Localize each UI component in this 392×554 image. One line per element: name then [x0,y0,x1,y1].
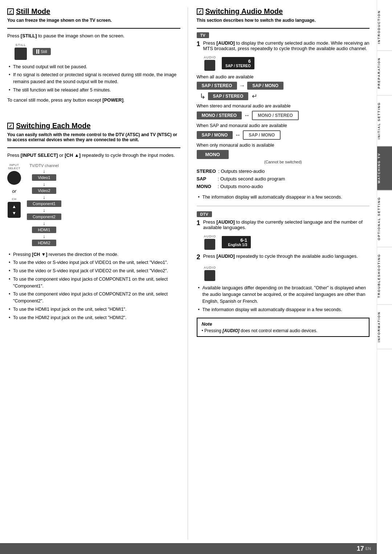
audio-key-tv: AUDIO [204,56,216,71]
input-select-round-btn [7,171,21,185]
mode-diagram: INPUTSELECT or CH ▲ ▼ [7,163,180,247]
mono-stereo-box1: MONO / STEREO [197,111,242,119]
when-only-mono-label: When only monaural audio is available [197,143,370,148]
audio-key-step2: AUDIO [204,266,216,281]
term-sap: SAP : Outputs second audio program [197,175,370,183]
tv-step1-content: Press [AUDIO] to display the currently s… [203,40,369,51]
still-bullet-3: The still function will be released afte… [7,87,180,94]
sap-mono-box: SAP / MONO [247,82,283,90]
sap-stereo-box2: SAP / STEREO [208,92,249,100]
dtv-step1-block: 1 Press [AUDIO] to display the currently… [197,219,370,230]
input-flow-diagram: TV/DTV channel ↓ Video1 ↓ Video2 ↓ Compo… [27,163,61,247]
input-select-button: INPUTSELECT [7,163,21,185]
ch-button: CH ▲ ▼ [8,197,21,218]
flow-component1: Component1 [27,200,61,207]
page-lang: EN [366,546,371,551]
still-button-diagram: STILL Still [15,43,180,60]
audio-square-icon-tv [204,60,215,71]
tv-bullet-list: The information display will automatical… [197,194,370,201]
flow-row-back: ↳ SAP / STEREO ↵ [197,92,370,101]
audio-button-step2: AUDIO [204,266,370,281]
audio-square-icon-step2 [204,270,215,281]
sidebar-item-watching-tv[interactable]: WATCHING TV [377,146,392,190]
dtv-step2-content: Press [AUDIO] repeatedly to cycle throug… [203,253,369,259]
mono-box: MONO [197,150,229,159]
switching-each-mode-section: ✓ Switching Each Mode You can easily swi… [7,122,180,321]
flow-row-sap: SAP / MONO ↔ SAP / MONO [197,130,370,140]
still-display-button: Still [33,48,51,55]
audio-flow-section: When all audio are available SAP / STERE… [197,74,370,164]
still-cancel-text: To cancel still mode, press any button e… [7,97,180,104]
sidebar-item-introduction: INTRODUCTION [377,4,392,51]
sidebar-item-optional-setting: OPTIONAL SETTING [377,190,392,247]
audio-display-tv: 6 SAP / STEREO [222,57,254,69]
arrow-both-2: ↔ [235,132,241,138]
sidebar-item-information: INFORMATION [377,305,392,349]
checkbox-icon-2: ✓ [7,123,14,129]
when-sap-label: When SAP and monaural audio are availabl… [197,123,370,128]
cannot-switch-label: (Cannot be switched) [197,160,370,164]
still-section-divider [7,28,180,29]
mono-stereo-box2: MONO / STEREO [252,111,299,120]
still-mode-title: ✓ Still Mode [7,7,180,16]
dtv-bullet-list: Available languages differ depending on … [197,285,370,313]
page-number-bar: 17 EN [0,543,377,554]
each-bullet-2: To use the video or S-video input jack o… [7,268,180,274]
flow-video1: Video1 [32,174,56,181]
dtv-bullet-1: Available languages differ depending on … [197,285,370,305]
audio-key-dtv: AUDIO [204,235,216,250]
still-square-icon [15,48,27,60]
each-mode-step: Press [INPUT SELECT] or [CH ▲] repeatedl… [7,152,180,159]
arrow-up-left: ↳ [200,92,206,101]
tv-badge: TV [197,32,209,38]
tv-bullet-1: The information display will automatical… [197,194,370,201]
main-container: ✓ Still Mode You can freeze the image sh… [0,0,392,554]
pause-icon [36,49,39,54]
when-stereo-label: When stereo and monaural audio are avail… [197,103,370,109]
still-key-button: STILL [15,43,27,60]
dtv-step2-block: 2 Press [AUDIO] repeatedly to cycle thro… [197,253,370,261]
sap-stereo-box1: SAP / STEREO [197,82,237,90]
sidebar-item-troubleshooting: TROUBLESHOOTING [377,247,392,305]
note-text: • Pressing [AUDIO] does not control exte… [202,328,365,333]
switching-audio-mode-subtitle: This section describes how to switch the… [197,18,370,23]
each-bullet-5: To use the HDMI1 input jack on the unit,… [7,306,180,313]
right-column: ✓ Switching Audio Mode This section desc… [188,7,370,539]
dtv-step1-content: Press [AUDIO] to display the currently s… [203,219,369,230]
sap-mono-box3: SAP / MONO [243,130,281,140]
arrow-return: ↵ [252,92,257,100]
sidebar-item-initial-setting: INITIAL SETTING [377,95,392,146]
still-mode-section: ✓ Still Mode You can freeze the image sh… [7,7,180,103]
flow-component2: Component2 [27,213,61,220]
still-mode-bullets: The sound output will not be paused. If … [7,64,180,94]
each-bullet-6: To use the HDMI2 input jack on the unit,… [7,314,180,321]
each-bullet-1: To use the video or S-video input jack o… [7,259,180,266]
note-title: Note [202,321,365,327]
each-mode-bullets: Pressing [CH ▼] reverses the direction o… [7,251,180,321]
arrow-right-1: → [239,82,245,89]
dtv-badge: DTV [197,211,212,217]
flow-all-audio: SAP / STEREO → SAP / MONO ↳ SAP / STEREO… [197,82,370,101]
audio-button-diagram-tv: AUDIO 6 SAP / STEREO [204,56,370,71]
each-bullet-4: To use the component video input jacks o… [7,291,180,305]
switching-each-mode-subtitle: You can easily switch with the remote co… [7,132,180,142]
checkbox-icon: ✓ [7,8,14,15]
sidebar-item-preparation: PREPARATION [377,51,392,95]
term-stereo: STEREO : Outputs stereo-audio [197,168,370,175]
audio-mode-divider [197,28,370,29]
left-column: ✓ Still Mode You can freeze the image sh… [7,7,188,539]
each-bullet-3: To use the component video input jacks o… [7,276,180,290]
still-bullet-1: The sound output will not be paused. [7,64,180,70]
flow-hdmi1: HDMI1 [32,227,56,233]
switching-audio-mode-title: ✓ Switching Audio Mode [197,7,370,16]
still-bullet-2: If no signal is detected or protected si… [7,72,180,85]
page-number: 17 [357,545,364,553]
flow-hdmi2: HDMI2 [32,240,56,246]
switching-each-mode-title: ✓ Switching Each Mode [7,122,180,130]
terms-table: STEREO : Outputs stereo-audio SAP : Outp… [197,168,370,190]
ch-round-btn: ▲ ▼ [8,202,21,218]
each-bullet-0: Pressing [CH ▼] reverses the direction o… [7,251,180,258]
term-mono: MONO : Outputs mono-audio [197,183,370,191]
dtv-bullet-2: The information display will automatical… [197,306,370,313]
audio-display-dtv: 6-1 English 1/3 [222,236,251,248]
